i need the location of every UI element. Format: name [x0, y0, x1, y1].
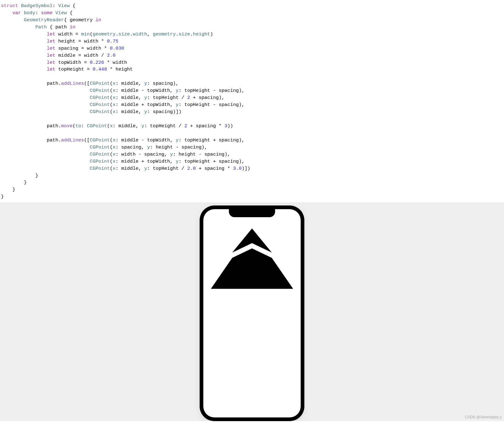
literal-number: 0.75 — [107, 39, 118, 44]
code-editor[interactable]: struct BadgeSymbol: View { var body: som… — [0, 0, 504, 203]
type-path: Path — [35, 24, 47, 30]
method-addlines: addLines — [61, 81, 84, 86]
type-view: View — [58, 3, 70, 9]
type-geometryreader: GeometryReader — [24, 17, 64, 23]
watermark: CSDN @Serendipity·y — [465, 415, 502, 420]
type-cgpoint: CGPoint — [90, 81, 110, 86]
ident-body: body — [24, 10, 35, 16]
keyword-struct: struct — [1, 3, 18, 9]
badge-symbol-icon — [208, 226, 296, 313]
type-badgesymbol: BadgeSymbol — [21, 3, 52, 9]
func-min: min — [81, 31, 90, 37]
keyword-let: let — [47, 31, 55, 37]
keyword-some: some — [41, 10, 52, 16]
phone-frame — [200, 205, 304, 421]
preview-canvas: CSDN @Serendipity·y — [0, 203, 504, 421]
keyword-var: var — [12, 10, 21, 16]
phone-notch — [229, 209, 275, 217]
method-move: move — [61, 123, 72, 129]
keyword-in: in — [96, 17, 101, 23]
phone-screen — [203, 209, 301, 417]
